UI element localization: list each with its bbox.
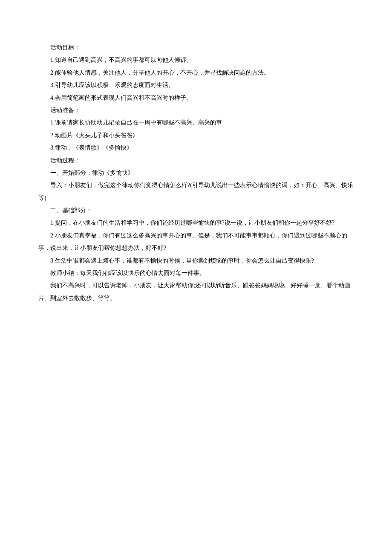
goal-item: 2.能体验他人情感，关注他人，分享他人的开心，不开心，并寻找解决问题的方法。 xyxy=(38,66,354,79)
goal-item: 3.引导幼儿应该以积极、乐观的态度面对生活。 xyxy=(38,79,354,91)
prep-item: 1.课前请家长协助幼儿记录自己在一周中有哪些不高兴、高兴的事 xyxy=(38,116,354,129)
prep-item: 3.律动：《表情歌》《多愉快》 xyxy=(38,142,354,154)
teacher-summary-label: 教师小结：每天我们都应该以快乐的心情去面对每一件事。 xyxy=(38,267,354,279)
base-question: 1.提问：在小朋友们的生活和学习中，你们还经历过哪些愉快的事?说一说，让小朋友们… xyxy=(38,217,354,229)
document-page: 活动目标： 1.知道自己遇到高兴，不高兴的事都可以向他人倾诉。 2.能体验他人情… xyxy=(0,0,392,555)
prep-item: 2.动画片《大头儿子和小头爸爸》 xyxy=(38,129,354,142)
base-question: 3.生活中谁都会遇上烦心事，谁都有不愉快的时候，当你遇到烦恼的事时，你会怎么让自… xyxy=(38,254,354,267)
top-divider xyxy=(38,30,354,30)
base-header: 二、基础部分： xyxy=(38,204,354,217)
start-header: 一、开始部分：律动《多愉快》 xyxy=(38,167,354,179)
process-header: 活动过程： xyxy=(38,154,354,167)
goal-item: 4.会用简笔画的形式表现人们高兴和不高兴时的样子。 xyxy=(38,92,354,104)
start-intro: 导入：小朋友们，做完这个律动你们觉得心情怎么样?(引导幼儿说出一些表示心情愉快的… xyxy=(38,179,354,204)
base-question: 2.小朋友们真幸福，你们有过这么多高兴的事开心的事。但是，我们不可能事事都顺心，… xyxy=(38,229,354,254)
goals-header: 活动目标： xyxy=(38,41,354,54)
goal-item: 1.知道自己遇到高兴，不高兴的事都可以向他人倾诉。 xyxy=(38,54,354,66)
prep-header: 活动准备： xyxy=(38,104,354,116)
teacher-summary-text: 我们不高兴时，可以告诉老师，小朋友，让大家帮助你;还可以听听音乐、跟爸爸妈妈说说… xyxy=(38,279,354,304)
